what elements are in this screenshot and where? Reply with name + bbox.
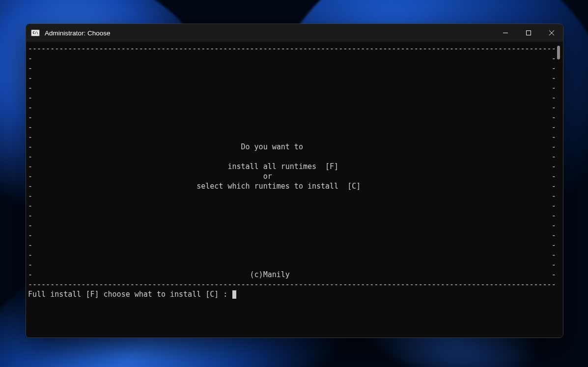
minimize-button[interactable] xyxy=(494,24,517,42)
box-row: - - xyxy=(28,152,555,161)
box-row: - - xyxy=(28,231,555,240)
terminal-body[interactable]: ----------------------------------------… xyxy=(26,42,563,338)
terminal-output: ----------------------------------------… xyxy=(28,44,555,336)
cursor xyxy=(232,290,236,299)
box-row: - - xyxy=(28,93,555,102)
box-row: - - xyxy=(28,260,555,269)
box-row: - - xyxy=(28,192,555,200)
box-row: - - xyxy=(28,103,555,112)
box-row: - - xyxy=(28,64,555,73)
window-controls xyxy=(494,24,563,42)
cmd-icon: C:\ xyxy=(31,29,40,36)
window-title: Administrator: Choose xyxy=(45,29,111,37)
option-full-install: - install all runtimes [F] - xyxy=(28,162,555,171)
box-row: - - xyxy=(28,241,555,250)
box-border-top: ----------------------------------------… xyxy=(28,44,555,53)
input-prompt: Full install [F] choose what to install … xyxy=(28,290,232,299)
prompt-question: - Do you want to - xyxy=(28,142,555,151)
svg-rect-1 xyxy=(526,31,531,35)
box-row: - - xyxy=(28,74,555,83)
box-row: - - xyxy=(28,54,555,63)
option-or: - or - xyxy=(28,172,555,181)
scrollbar-thumb[interactable] xyxy=(557,46,560,59)
box-row: - - xyxy=(28,221,555,230)
option-choose-install: - select which runtimes to install [C] - xyxy=(28,182,555,191)
maximize-button[interactable] xyxy=(517,24,540,42)
box-border-bottom: ----------------------------------------… xyxy=(28,280,555,289)
credit-line: - (c)Manily - xyxy=(28,270,555,279)
box-row: - - xyxy=(28,84,555,92)
box-row: - - xyxy=(28,201,555,210)
terminal-window: C:\ Administrator: Choose --------------… xyxy=(26,24,563,338)
titlebar[interactable]: C:\ Administrator: Choose xyxy=(26,24,563,42)
box-row: - - xyxy=(28,251,555,259)
scrollbar[interactable] xyxy=(555,44,562,336)
box-row: - - xyxy=(28,113,555,122)
close-button[interactable] xyxy=(540,24,563,42)
box-row: - - xyxy=(28,133,555,141)
box-row: - - xyxy=(28,211,555,220)
box-row: - - xyxy=(28,123,555,132)
